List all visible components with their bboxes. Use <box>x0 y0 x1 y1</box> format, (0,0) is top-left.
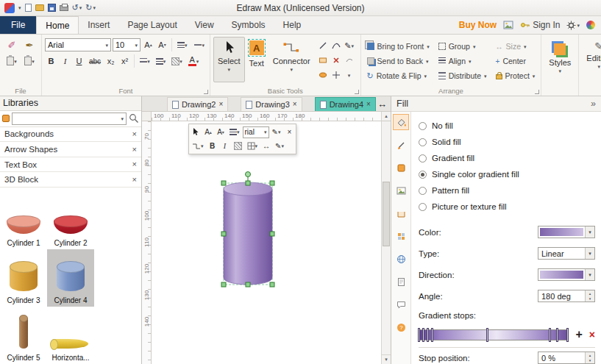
shrink-font-button[interactable]: A▾ <box>156 38 168 51</box>
close-text-box-icon[interactable]: × <box>132 160 137 168</box>
undo-button[interactable]: ↺▾ <box>72 4 82 12</box>
text-align-button[interactable]: ▾ <box>175 38 190 51</box>
rotation-handle[interactable] <box>246 172 251 177</box>
mini-pencil-button[interactable]: ✎▾ <box>273 140 286 152</box>
center-button[interactable]: +Center <box>496 54 536 68</box>
type-select[interactable]: Linear▾ <box>538 247 595 260</box>
library-section-arrow-shapes[interactable]: Arrow Shapes× <box>0 142 141 157</box>
option-picture-texture-fill[interactable]: Picture or texture fill <box>419 199 595 215</box>
group-button[interactable]: Group▾ <box>438 39 487 54</box>
gradient-stop-handle[interactable] <box>422 328 424 342</box>
delete-tool-button[interactable] <box>330 54 343 67</box>
curve-tool-button[interactable] <box>330 39 343 52</box>
text-tool-button[interactable]: A Text <box>245 37 269 82</box>
help-tab[interactable]: ? <box>393 319 409 335</box>
mini-shrink-font-button[interactable]: A▾ <box>215 126 227 138</box>
mini-align-button[interactable]: ▾ <box>227 126 242 138</box>
font-family-select[interactable]: Arial▾ <box>45 38 111 51</box>
picture-tab[interactable] <box>393 182 409 199</box>
scroll-up-button[interactable]: ▴ <box>381 112 391 121</box>
gradient-stop-handle[interactable] <box>427 328 429 342</box>
gradient-stop-handle[interactable] <box>418 328 420 342</box>
comment-tab[interactable] <box>393 296 409 313</box>
library-search-icon[interactable] <box>129 113 139 124</box>
save-button[interactable] <box>48 4 56 12</box>
underline-button[interactable]: U <box>73 54 85 68</box>
tab-view[interactable]: View <box>186 16 223 34</box>
copy-button[interactable]: ▾ <box>22 54 37 68</box>
font-dialog-launcher[interactable] <box>204 90 208 94</box>
buy-now-button[interactable]: Buy Now <box>459 20 497 30</box>
rotate-flip-button[interactable]: ↻Rotate & Flip▾ <box>367 68 430 83</box>
mini-close-button[interactable]: × <box>283 126 295 138</box>
gradient-stop-handle[interactable] <box>549 328 551 342</box>
stop-position-spinner[interactable]: 0 %▴▾ <box>538 351 595 364</box>
file-menu-button[interactable]: File <box>0 16 36 34</box>
container-tab[interactable] <box>393 205 409 221</box>
bring-to-front-button[interactable]: Bring to Front▾ <box>367 39 430 54</box>
settings-button[interactable]: ▾ <box>566 21 580 30</box>
direction-select[interactable]: ▾ <box>538 268 595 281</box>
drawing-page[interactable]: A▴ A▾ ▾ rial▾ ✎▾ × ▾ B I ▾ ↔ ✎▾ <box>152 121 381 364</box>
line-style-tab[interactable] <box>393 137 409 153</box>
option-gradient-fill[interactable]: Gradient fill <box>419 150 595 166</box>
line-spacing-button[interactable]: ▾ <box>138 54 152 68</box>
splitter-icon[interactable]: ↔ <box>377 99 387 110</box>
italic-button[interactable]: I <box>59 54 71 68</box>
library-filter-select[interactable]: ▾ <box>12 113 127 125</box>
new-document-button[interactable] <box>25 4 32 12</box>
font-size-select[interactable]: 10▾ <box>113 38 141 51</box>
close-arrow-shapes-icon[interactable]: × <box>132 146 137 154</box>
tab-symbols[interactable]: Symbols <box>223 16 274 34</box>
tab-home[interactable]: Home <box>36 16 79 34</box>
mini-spacing-button[interactable]: ↔ <box>260 140 272 152</box>
print-button[interactable] <box>60 5 68 11</box>
library-section-3d-block[interactable]: 3D Block× <box>0 172 141 188</box>
scrollbar-thumb[interactable] <box>383 182 390 246</box>
tab-insert[interactable]: Insert <box>79 16 118 34</box>
remove-stop-button[interactable]: × <box>589 329 595 340</box>
library-pin-icon[interactable] <box>2 115 10 122</box>
format-painter-button[interactable]: ✒ <box>24 38 36 51</box>
option-no-fill[interactable]: No fill <box>419 118 595 134</box>
tab-drawing4[interactable]: Drawing4× <box>315 97 376 111</box>
line-style-button[interactable]: ▾ <box>191 38 207 51</box>
bold-button[interactable]: B <box>45 54 57 68</box>
gradient-stops-bar[interactable] <box>419 329 569 340</box>
line-tool-button[interactable] <box>316 39 330 52</box>
shape-style-tab[interactable] <box>393 160 409 176</box>
mini-font-select[interactable]: rial▾ <box>243 126 269 138</box>
option-solid-fill[interactable]: Solid fill <box>419 134 595 150</box>
close-3d-block-icon[interactable]: × <box>132 176 137 184</box>
note-tab[interactable] <box>393 274 409 290</box>
arrange-dialog-launcher[interactable] <box>535 90 539 94</box>
mini-bold-button[interactable]: B <box>207 140 218 152</box>
crosshair-tool-button[interactable] <box>330 68 343 82</box>
mini-italic-button[interactable]: I <box>219 140 231 152</box>
vertical-scrollbar[interactable]: ▾ <box>381 121 391 364</box>
qat-menu-caret-icon[interactable]: ▾ <box>18 5 21 10</box>
shape-horizontal-cylinder[interactable]: Horizonta... <box>47 307 94 364</box>
mini-table-button[interactable]: ▾ <box>245 140 260 152</box>
option-pattern-fill[interactable]: Pattern fill <box>419 182 595 199</box>
close-backgrounds-icon[interactable]: × <box>132 130 137 138</box>
bullets-button[interactable]: ▾ <box>154 54 168 68</box>
mini-pen-button[interactable]: ✎▾ <box>270 126 283 138</box>
tab-drawing3[interactable]: Drawing3× <box>241 97 302 111</box>
send-to-back-button[interactable]: Send to Back▾ <box>367 54 430 68</box>
distribute-button[interactable]: Distribute▾ <box>438 68 487 83</box>
mini-connector-button[interactable]: ▾ <box>190 140 206 152</box>
gradient-stop-handle[interactable] <box>486 328 488 342</box>
option-single-color-gradient-fill[interactable]: Single color gradient fill <box>419 166 595 182</box>
text-highlight-button[interactable]: ▾ <box>169 54 185 68</box>
styles-button[interactable]: Styles ▾ <box>544 37 575 82</box>
redo-button[interactable]: ↻▾ <box>85 4 96 12</box>
scroll-down-button[interactable]: ▾ <box>382 354 391 364</box>
paste-button[interactable]: ▾ <box>4 54 19 68</box>
align-button[interactable]: Align▾ <box>438 54 487 68</box>
color-select[interactable]: ▾ <box>538 226 595 238</box>
gradient-stop-handle[interactable] <box>431 328 433 342</box>
theme-wheel-icon[interactable] <box>586 21 595 29</box>
size-button[interactable]: ↔Size▾ <box>496 39 536 54</box>
panel-collapse-icon[interactable]: » <box>591 99 596 109</box>
